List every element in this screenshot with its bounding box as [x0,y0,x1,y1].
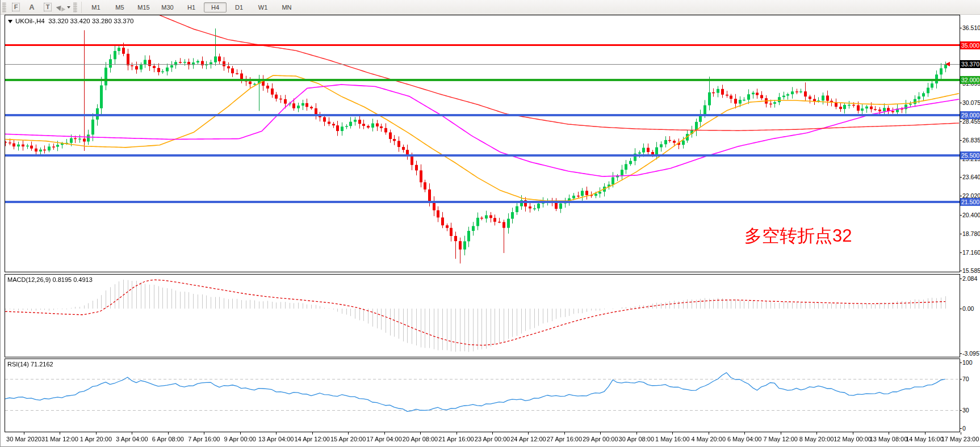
price-axis-label: 30.075 [962,99,980,106]
timeframe-drag-handle[interactable] [73,2,77,12]
price-axis-tick [960,271,962,271]
draw-shapes-icon[interactable] [56,1,71,14]
price-level-line-29.000[interactable] [5,114,960,116]
time-axis-tick [564,432,565,435]
time-axis-tick [96,432,97,435]
chart-dropdown-icon[interactable] [8,20,12,23]
time-axis-label: 23 Apr 00:00 [475,436,510,442]
time-axis-tick [204,432,204,435]
timeframe-button-m30[interactable]: M30 [156,2,179,12]
time-axis-label: 30 Mar 2020 [6,436,41,442]
macd-indicator-label: MACD(12,26,9) 0.8195 0.4913 [7,276,93,283]
toolbar-drag-handle[interactable] [2,2,6,12]
price-axis-tick [960,215,962,216]
macd-canvas[interactable] [5,275,960,357]
price-axis-tick [960,252,962,253]
timeframe-button-d1[interactable]: D1 [228,2,250,12]
timeframe-button-m1[interactable]: M1 [85,2,107,12]
time-axis-tick [600,432,601,435]
current-price-arrow-icon [945,62,950,66]
rsi-axis-label: 70 [962,376,969,382]
time-axis-tick [889,432,889,435]
time-axis-tick [132,432,132,435]
time-axis-label: 9 Apr 00:00 [224,436,256,442]
time-axis-tick [853,432,853,435]
time-axis-label: 14 May 16:00 [906,436,944,442]
time-axis-tick [457,432,457,435]
rsi-indicator-label: RSI(14) 71.2162 [7,361,53,368]
time-axis-tick [348,432,349,435]
rsi-axis-tick [960,410,962,411]
price-axis-label: 17.160 [962,249,980,256]
time-axis-tick [24,432,24,435]
rsi-axis-tick [960,428,962,429]
timeframe-button-m15[interactable]: M15 [132,2,155,12]
time-axis-tick [744,432,745,435]
price-level-line-32.000[interactable] [5,79,960,81]
rsi-axis-label: 0 [962,425,966,432]
time-axis-tick [961,432,961,435]
time-axis-label: 30 Apr 08:00 [619,436,654,442]
rsi-axis-tick [960,379,962,379]
time-axis-label: 13 Apr 04:00 [258,436,294,442]
time-axis-label: 4 May 20:00 [691,436,726,442]
current-price-badge: 33.370 [960,60,980,68]
time-axis-label: 31 Mar 12:00 [41,436,78,442]
price-level-line-25.500[interactable] [5,154,960,157]
timeframe-button-group: M1M5M15M30H1H4D1W1MN [79,2,299,13]
price-level-line-35.000[interactable] [5,44,960,46]
time-axis-label: 1 Apr 20:00 [80,436,112,442]
rsi-axis-tick [960,362,962,363]
timeframe-button-h4[interactable]: H4 [204,2,227,12]
macd-axis-tick [960,309,962,309]
time-axis-tick [420,432,421,435]
time-axis-label: 12 May 00:00 [834,436,872,442]
macd-axis-tick [960,279,962,279]
time-axis-tick [384,432,385,435]
dropdown-caret-icon [67,6,70,9]
macd-axis-tick [960,353,962,354]
time-axis-label: 21 Apr 16:00 [438,436,474,442]
time-axis-tick [636,432,637,435]
time-axis-tick [816,432,817,435]
chart-title: UKOil-,H4 33.320 33.420 33.280 33.370 [8,18,133,24]
price-level-line-21.500[interactable] [5,201,960,203]
chart-ohlc-values: 33.320 33.420 33.280 33.370 [48,18,133,24]
time-axis-label: 6 Apr 08:00 [152,436,184,442]
time-axis-tick [312,432,313,435]
time-axis[interactable]: 30 Mar 202031 Mar 12:001 Apr 20:003 Apr … [1,432,980,447]
time-axis-tick [925,432,925,435]
toolbar: FAT M1M5M15M30H1H4D1W1MN [1,0,980,15]
rsi-canvas[interactable] [5,359,960,432]
macd-axis-label: -3.0957 [962,350,980,357]
chart-properties-f-icon[interactable]: F [9,1,23,14]
font-a-icon[interactable]: A [24,1,39,14]
time-axis-label: 20 Apr 08:00 [403,436,438,442]
price-axis-label: 18.780 [962,230,980,237]
price-axis-tick [960,196,962,196]
price-axis-label: 36.510 [962,24,980,31]
timeframe-button-w1[interactable]: W1 [252,2,274,12]
time-axis-tick [60,432,60,435]
price-level-badge-29.000: 29.000 [960,111,980,119]
macd-axis-label: 0.00 [962,305,974,312]
price-level-badge-25.500: 25.500 [960,151,980,159]
time-axis-label: 15 Apr 20:00 [330,436,366,442]
price-axis-tick [960,140,962,141]
rsi-axis-label: 100 [962,359,973,366]
price-axis-label: 20.400 [962,212,980,218]
price-axis-tick [960,177,962,178]
text-label-t-icon[interactable]: T [40,1,55,14]
time-axis-tick [492,432,493,435]
time-axis-tick [240,432,241,435]
time-axis-label: 1 May 16:00 [655,436,690,442]
price-level-badge-35.000: 35.000 [960,41,980,49]
timeframe-button-h1[interactable]: H1 [180,2,203,12]
timeframe-button-mn[interactable]: MN [275,2,298,12]
mt4-window: FAT M1M5M15M30H1H4D1W1MN UKOil-,H4 33.32… [0,0,980,447]
chart-text-annotation[interactable]: 多空转折点32 [744,227,852,244]
chart-symbol-period: UKOil-,H4 [15,18,45,24]
time-axis-label: 3 Apr 04:00 [116,436,148,442]
timeframe-button-m5[interactable]: M5 [108,2,131,12]
time-axis-label: 17 May 23:00 [941,436,979,442]
